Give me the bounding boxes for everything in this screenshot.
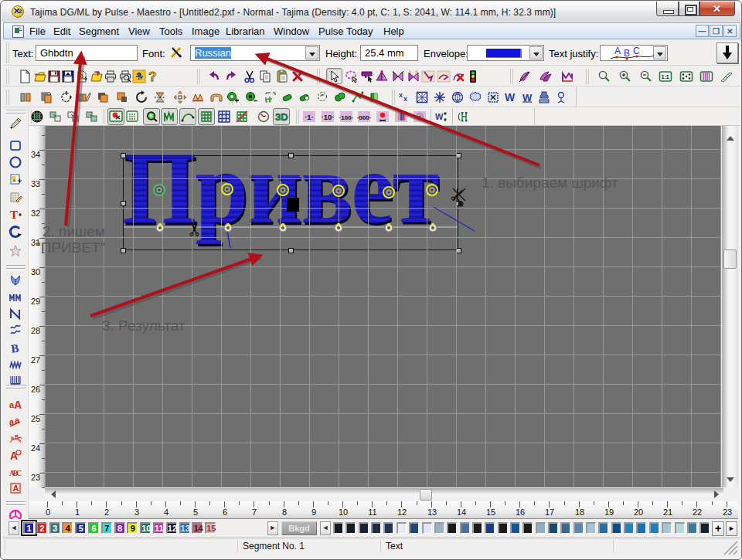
svg-text:A: A [13,484,19,493]
svg-text:1:1: 1:1 [662,74,669,80]
svg-text:W: W [435,112,444,121]
svg-text:3D: 3D [275,111,288,123]
svg-text:A: A [14,399,22,411]
svg-text:T: T [96,70,100,77]
svg-text:C: C [633,46,640,56]
svg-text:A: A [614,46,621,56]
svg-text:B: B [624,48,630,59]
svg-text:✂: ✂ [183,220,206,237]
svg-text:✂: ✂ [445,183,471,206]
svg-text:ABC: ABC [9,470,22,477]
svg-text:x: x [403,95,407,103]
svg-text:W: W [505,91,516,104]
svg-text:·100·: ·100· [339,114,353,121]
svg-text:C: C [17,436,22,442]
svg-text:x: x [399,91,403,99]
svg-text:B: B [10,342,19,355]
svg-text:?: ? [148,70,156,83]
svg-text:T: T [10,209,18,221]
svg-text:·10·: ·10· [322,113,335,121]
svg-text:·1·: ·1· [305,113,314,121]
svg-text:·000·: ·000· [357,114,371,121]
